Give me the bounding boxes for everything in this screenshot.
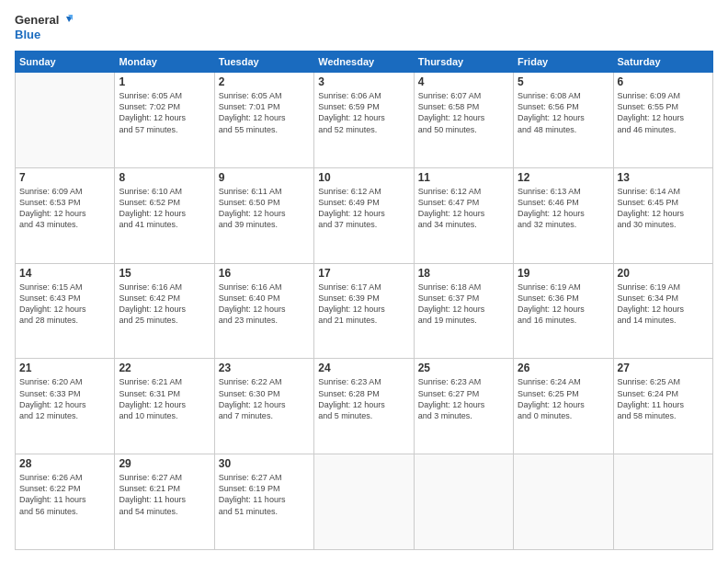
empty-cell (16, 73, 115, 168)
day-number: 6 (618, 75, 709, 88)
day-number: 28 (19, 457, 110, 470)
day-number: 27 (618, 362, 709, 374)
day-info: Sunrise: 6:19 AM Sunset: 6:34 PM Dayligh… (618, 282, 709, 327)
day-number: 19 (518, 267, 609, 280)
logo: GeneralBlue (15, 13, 73, 41)
day-info: Sunrise: 6:18 AM Sunset: 6:37 PM Dayligh… (418, 282, 509, 327)
day-number: 10 (318, 171, 409, 184)
calendar-day-cell: 10Sunrise: 6:12 AM Sunset: 6:49 PM Dayli… (314, 167, 414, 263)
day-number: 16 (219, 267, 310, 280)
day-header-thursday: Thursday (414, 52, 513, 73)
empty-cell (414, 454, 513, 550)
day-info: Sunrise: 6:25 AM Sunset: 6:24 PM Dayligh… (618, 376, 709, 421)
calendar-day-cell: 1Sunrise: 6:05 AM Sunset: 7:02 PM Daylig… (115, 73, 214, 168)
calendar-day-cell: 18Sunrise: 6:18 AM Sunset: 6:37 PM Dayli… (414, 263, 513, 359)
day-info: Sunrise: 6:06 AM Sunset: 6:59 PM Dayligh… (318, 90, 409, 135)
calendar-day-cell: 27Sunrise: 6:25 AM Sunset: 6:24 PM Dayli… (613, 359, 712, 454)
calendar-day-cell: 7Sunrise: 6:09 AM Sunset: 6:53 PM Daylig… (16, 167, 115, 263)
day-number: 21 (19, 362, 110, 374)
day-info: Sunrise: 6:21 AM Sunset: 6:31 PM Dayligh… (119, 376, 210, 421)
calendar-day-cell: 4Sunrise: 6:07 AM Sunset: 6:58 PM Daylig… (414, 73, 513, 168)
day-info: Sunrise: 6:12 AM Sunset: 6:49 PM Dayligh… (318, 186, 409, 231)
calendar-day-cell: 3Sunrise: 6:06 AM Sunset: 6:59 PM Daylig… (314, 73, 414, 168)
calendar-day-cell: 29Sunrise: 6:27 AM Sunset: 6:21 PM Dayli… (115, 454, 214, 550)
day-info: Sunrise: 6:23 AM Sunset: 6:28 PM Dayligh… (318, 376, 409, 421)
day-header-monday: Monday (115, 52, 214, 73)
day-number: 30 (219, 457, 310, 470)
empty-cell (613, 454, 712, 550)
day-info: Sunrise: 6:17 AM Sunset: 6:39 PM Dayligh… (318, 282, 409, 327)
calendar-day-cell: 9Sunrise: 6:11 AM Sunset: 6:50 PM Daylig… (214, 167, 313, 263)
calendar-day-cell: 11Sunrise: 6:12 AM Sunset: 6:47 PM Dayli… (414, 167, 513, 263)
header: GeneralBlue (15, 13, 713, 41)
calendar-day-cell: 15Sunrise: 6:16 AM Sunset: 6:42 PM Dayli… (115, 263, 214, 359)
day-info: Sunrise: 6:14 AM Sunset: 6:45 PM Dayligh… (618, 186, 709, 231)
day-info: Sunrise: 6:13 AM Sunset: 6:46 PM Dayligh… (518, 186, 609, 231)
day-number: 2 (219, 75, 310, 88)
day-info: Sunrise: 6:12 AM Sunset: 6:47 PM Dayligh… (418, 186, 509, 231)
logo-text: GeneralBlue (15, 13, 73, 41)
day-number: 5 (518, 75, 609, 88)
day-info: Sunrise: 6:07 AM Sunset: 6:58 PM Dayligh… (418, 90, 509, 135)
day-number: 1 (119, 75, 210, 88)
calendar-week-row: 21Sunrise: 6:20 AM Sunset: 6:33 PM Dayli… (16, 359, 713, 454)
day-info: Sunrise: 6:09 AM Sunset: 6:55 PM Dayligh… (618, 90, 709, 135)
day-info: Sunrise: 6:22 AM Sunset: 6:30 PM Dayligh… (219, 376, 310, 421)
day-header-friday: Friday (514, 52, 613, 73)
day-info: Sunrise: 6:09 AM Sunset: 6:53 PM Dayligh… (19, 186, 110, 231)
day-info: Sunrise: 6:15 AM Sunset: 6:43 PM Dayligh… (19, 282, 110, 327)
calendar-week-row: 1Sunrise: 6:05 AM Sunset: 7:02 PM Daylig… (16, 73, 713, 168)
day-header-saturday: Saturday (613, 52, 712, 73)
calendar-day-cell: 16Sunrise: 6:16 AM Sunset: 6:40 PM Dayli… (214, 263, 313, 359)
calendar-day-cell: 21Sunrise: 6:20 AM Sunset: 6:33 PM Dayli… (16, 359, 115, 454)
day-number: 24 (318, 362, 409, 374)
empty-cell (314, 454, 414, 550)
day-info: Sunrise: 6:20 AM Sunset: 6:33 PM Dayligh… (19, 376, 110, 421)
day-info: Sunrise: 6:26 AM Sunset: 6:22 PM Dayligh… (19, 472, 110, 517)
calendar-day-cell: 2Sunrise: 6:05 AM Sunset: 7:01 PM Daylig… (214, 73, 313, 168)
day-info: Sunrise: 6:10 AM Sunset: 6:52 PM Dayligh… (119, 186, 210, 231)
day-header-tuesday: Tuesday (214, 52, 313, 73)
calendar-table: SundayMondayTuesdayWednesdayThursdayFrid… (15, 51, 713, 550)
day-info: Sunrise: 6:05 AM Sunset: 7:02 PM Dayligh… (119, 90, 210, 135)
calendar-day-cell: 28Sunrise: 6:26 AM Sunset: 6:22 PM Dayli… (16, 454, 115, 550)
calendar-day-cell: 24Sunrise: 6:23 AM Sunset: 6:28 PM Dayli… (314, 359, 414, 454)
day-number: 15 (119, 267, 210, 280)
day-number: 25 (418, 362, 509, 374)
day-number: 8 (119, 171, 210, 184)
day-number: 14 (19, 267, 110, 280)
day-number: 3 (318, 75, 409, 88)
day-number: 22 (119, 362, 210, 374)
day-info: Sunrise: 6:16 AM Sunset: 6:40 PM Dayligh… (219, 282, 310, 327)
calendar-day-cell: 5Sunrise: 6:08 AM Sunset: 6:56 PM Daylig… (514, 73, 613, 168)
day-info: Sunrise: 6:27 AM Sunset: 6:21 PM Dayligh… (119, 472, 210, 517)
calendar-day-cell: 17Sunrise: 6:17 AM Sunset: 6:39 PM Dayli… (314, 263, 414, 359)
day-number: 17 (318, 267, 409, 280)
page: GeneralBlue SundayMondayTuesdayWednesday… (0, 0, 728, 563)
day-header-sunday: Sunday (16, 52, 115, 73)
day-info: Sunrise: 6:05 AM Sunset: 7:01 PM Dayligh… (219, 90, 310, 135)
calendar-week-row: 14Sunrise: 6:15 AM Sunset: 6:43 PM Dayli… (16, 263, 713, 359)
calendar-day-cell: 8Sunrise: 6:10 AM Sunset: 6:52 PM Daylig… (115, 167, 214, 263)
day-info: Sunrise: 6:11 AM Sunset: 6:50 PM Dayligh… (219, 186, 310, 231)
calendar-day-cell: 12Sunrise: 6:13 AM Sunset: 6:46 PM Dayli… (514, 167, 613, 263)
calendar-day-cell: 14Sunrise: 6:15 AM Sunset: 6:43 PM Dayli… (16, 263, 115, 359)
day-number: 12 (518, 171, 609, 184)
day-number: 13 (618, 171, 709, 184)
day-number: 9 (219, 171, 310, 184)
calendar-day-cell: 13Sunrise: 6:14 AM Sunset: 6:45 PM Dayli… (613, 167, 712, 263)
day-number: 4 (418, 75, 509, 88)
day-info: Sunrise: 6:08 AM Sunset: 6:56 PM Dayligh… (518, 90, 609, 135)
calendar-header-row: SundayMondayTuesdayWednesdayThursdayFrid… (16, 52, 713, 73)
calendar-day-cell: 19Sunrise: 6:19 AM Sunset: 6:36 PM Dayli… (514, 263, 613, 359)
calendar-day-cell: 30Sunrise: 6:27 AM Sunset: 6:19 PM Dayli… (214, 454, 313, 550)
calendar-day-cell: 26Sunrise: 6:24 AM Sunset: 6:25 PM Dayli… (514, 359, 613, 454)
day-number: 23 (219, 362, 310, 374)
calendar-day-cell: 25Sunrise: 6:23 AM Sunset: 6:27 PM Dayli… (414, 359, 513, 454)
empty-cell (514, 454, 613, 550)
day-info: Sunrise: 6:23 AM Sunset: 6:27 PM Dayligh… (418, 376, 509, 421)
calendar-day-cell: 23Sunrise: 6:22 AM Sunset: 6:30 PM Dayli… (214, 359, 313, 454)
calendar-week-row: 28Sunrise: 6:26 AM Sunset: 6:22 PM Dayli… (16, 454, 713, 550)
day-info: Sunrise: 6:27 AM Sunset: 6:19 PM Dayligh… (219, 472, 310, 517)
day-number: 11 (418, 171, 509, 184)
